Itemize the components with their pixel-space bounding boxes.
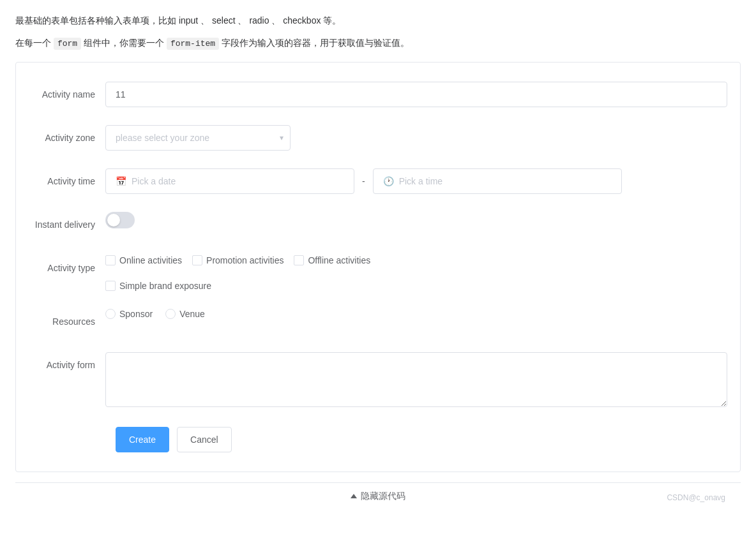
intro-text-2-mid: 组件中，你需要一个: [84, 38, 164, 48]
intro-section: 最基础的表单包括各种输入表单项，比如 input 、 select 、 radi…: [15, 13, 741, 52]
activity-name-input[interactable]: [105, 82, 727, 107]
checkbox-online-activities[interactable]: Online activities: [105, 255, 182, 265]
page-wrapper: 最基础的表单包括各种输入表单项，比如 input 、 select 、 radi…: [0, 0, 756, 550]
time-picker[interactable]: 🕐 Pick a time: [373, 168, 622, 194]
radio-sponsor[interactable]: Sponsor: [105, 309, 153, 319]
checkbox-box-offline: [294, 255, 304, 265]
intro-text-2-prefix: 在每一个: [15, 38, 51, 48]
checkbox-label-promotion: Promotion activities: [206, 255, 284, 265]
date-placeholder: Pick a date: [132, 176, 176, 186]
switch-track: [105, 212, 135, 228]
label-activity-name: Activity name: [29, 82, 105, 107]
form-item-activity-name: Activity name: [29, 82, 727, 107]
form-item-activity-zone: Activity zone please select your zone ▾: [29, 125, 727, 151]
intro-code-form: form: [54, 38, 81, 50]
intro-line-2: 在每一个 form 组件中，你需要一个 form-item 字段作为输入项的容器…: [15, 35, 741, 51]
date-picker[interactable]: 📅 Pick a date: [105, 168, 354, 194]
csdn-watermark: CSDN@c_onavg: [667, 493, 725, 502]
activity-zone-select[interactable]: please select your zone ▾: [105, 125, 291, 151]
activity-form-textarea[interactable]: [105, 352, 727, 407]
bottom-bar: 隐藏源代码 CSDN@c_onavg: [15, 482, 741, 510]
time-separator: -: [359, 176, 368, 186]
checkbox-offline-activities[interactable]: Offline activities: [294, 255, 370, 265]
intro-line-1: 最基础的表单包括各种输入表单项，比如 input 、 select 、 radi…: [15, 13, 741, 29]
intro-text-2-suffix: 字段作为输入项的容器，用于获取值与验证值。: [222, 38, 409, 48]
form-item-activity-time: Activity time 📅 Pick a date - 🕐 Pick a t…: [29, 168, 727, 194]
content-resources: Sponsor Venue: [105, 309, 727, 319]
form-item-activity-type: Activity type Online activities Promotio…: [29, 255, 727, 291]
form-item-resources: Resources Sponsor Venue: [29, 309, 727, 334]
label-activity-type: Activity type: [29, 255, 105, 281]
content-activity-form: [105, 352, 727, 409]
content-activity-name: [105, 82, 727, 107]
form-container: Activity name Activity zone please selec…: [15, 62, 741, 472]
label-activity-time: Activity time: [29, 168, 105, 194]
form-item-activity-form: Activity form: [29, 352, 727, 409]
radio-circle-venue: [165, 309, 176, 319]
checkbox-label-offline: Offline activities: [308, 255, 370, 265]
activity-zone-display[interactable]: please select your zone ▾: [105, 125, 291, 151]
triangle-up-icon: [351, 494, 357, 498]
clock-icon: 🕐: [383, 176, 394, 186]
hide-code-button[interactable]: 隐藏源代码: [351, 491, 405, 502]
time-placeholder: Pick a time: [399, 176, 442, 186]
radio-label-venue: Venue: [179, 309, 205, 319]
radio-venue[interactable]: Venue: [165, 309, 205, 319]
hide-code-label: 隐藏源代码: [361, 491, 405, 502]
instant-delivery-toggle[interactable]: [105, 212, 135, 228]
radio-circle-sponsor: [105, 309, 116, 319]
label-resources: Resources: [29, 309, 105, 334]
intro-code-form-item: form-item: [167, 38, 219, 50]
intro-text-1: 最基础的表单包括各种输入表单项，比如 input 、 select 、 radi…: [15, 15, 341, 26]
create-button[interactable]: Create: [116, 427, 169, 452]
checkbox-promotion-activities[interactable]: Promotion activities: [192, 255, 284, 265]
content-activity-type: Online activities Promotion activities O…: [105, 255, 727, 291]
button-group: Create Cancel: [116, 427, 727, 452]
activity-zone-placeholder: please select your zone: [116, 133, 209, 143]
checkbox-box-online: [105, 255, 116, 265]
checkbox-box-brand: [105, 281, 116, 291]
chevron-down-icon: ▾: [280, 133, 284, 142]
checkbox-label-brand: Simple brand exposure: [119, 281, 211, 291]
calendar-icon: 📅: [116, 176, 126, 186]
label-activity-form: Activity form: [29, 352, 105, 378]
resources-radio-group: Sponsor Venue: [105, 309, 205, 319]
activity-name-input-wrapper: [105, 82, 727, 107]
label-instant-delivery: Instant delivery: [29, 212, 105, 237]
radio-label-sponsor: Sponsor: [119, 309, 153, 319]
form-item-instant-delivery: Instant delivery: [29, 212, 727, 237]
label-activity-zone: Activity zone: [29, 125, 105, 151]
checkbox-simple-brand[interactable]: Simple brand exposure: [105, 281, 487, 291]
content-activity-time: 📅 Pick a date - 🕐 Pick a time: [105, 168, 727, 194]
switch-thumb: [107, 214, 120, 227]
content-activity-zone: please select your zone ▾: [105, 125, 727, 151]
content-instant-delivery: [105, 212, 727, 228]
activity-type-checkboxes: Online activities Promotion activities O…: [105, 255, 487, 291]
checkbox-label-online: Online activities: [119, 255, 182, 265]
cancel-button[interactable]: Cancel: [177, 427, 232, 452]
activity-form-textarea-wrapper: [105, 352, 727, 409]
checkbox-box-promotion: [192, 255, 202, 265]
